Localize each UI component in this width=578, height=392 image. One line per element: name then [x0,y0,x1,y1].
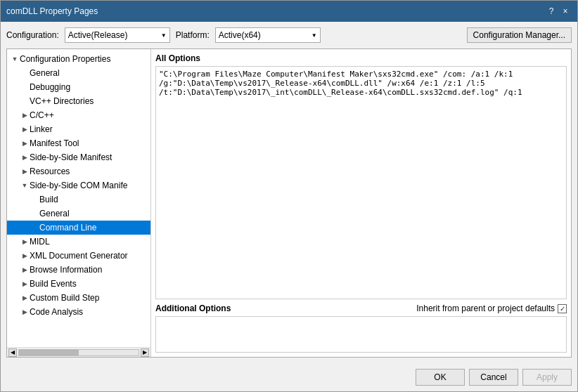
tree-item-manifest-tool[interactable]: ▶Manifest Tool [7,136,150,150]
right-panel: All Options Additional Options Inherit f… [151,49,571,357]
tree-item-config-props[interactable]: ▼Configuration Properties [7,52,150,66]
tree-label-general2: General [39,209,70,218]
tree-label-cpp: C/C++ [30,110,54,120]
scroll-track[interactable] [18,349,139,356]
title-bar: comDLL Property Pages ? × [1,1,577,22]
tree-expander-linker: ▶ [20,124,30,134]
tree-label-config-props: Configuration Properties [20,54,110,64]
tree-label-build-events: Build Events [30,279,77,289]
tree-label-midl: MIDL [30,237,50,247]
additional-options-label: Additional Options [155,303,231,313]
tree-label-command-line: Command Line [39,223,96,233]
tree-scroll[interactable]: ▼Configuration PropertiesGeneralDebuggin… [7,49,150,347]
tree-expander-cpp: ▶ [20,110,30,120]
dialog-content: Configuration: Active(Release) ▼ Platfor… [1,22,577,363]
tree-item-side-by-side[interactable]: ▶Side-by-Side Manifest [7,150,150,164]
dialog-title: comDLL Property Pages [6,6,98,16]
tree-item-xml-doc-gen[interactable]: ▶XML Document Generator [7,249,150,263]
tree-item-debugging[interactable]: Debugging [7,80,150,94]
tree-item-cpp[interactable]: ▶C/C++ [7,108,150,122]
tree-expander-manifest-tool: ▶ [20,138,30,148]
tree-expander-build [30,195,39,204]
inherit-checkbox[interactable]: ✓ [558,304,567,313]
tree-expander-custom-build: ▶ [20,293,30,303]
tree-item-linker[interactable]: ▶Linker [7,122,150,136]
property-pages-dialog: comDLL Property Pages ? × Configuration:… [0,0,578,392]
platform-dropdown-arrow: ▼ [312,32,317,39]
tree-label-manifest-tool: Manifest Tool [30,138,79,148]
scroll-right-arrow[interactable]: ▶ [141,348,149,357]
tree-item-command-line[interactable]: Command Line [7,221,150,235]
tree-item-midl[interactable]: ▶MIDL [7,235,150,249]
tree-expander-code-analysis: ▶ [20,307,30,317]
scroll-left-arrow[interactable]: ◀ [8,348,17,357]
tree-label-xml-doc-gen: XML Document Generator [30,251,128,261]
tree-expander-midl: ▶ [20,237,30,247]
additional-row: Additional Options Inherit from parent o… [155,303,567,313]
tree-expander-general2 [30,209,39,218]
all-options-label: All Options [155,53,567,63]
config-dropdown-arrow: ▼ [161,32,167,39]
inherit-row: Inherit from parent or project defaults … [416,303,567,313]
tree-label-browse-info: Browse Information [30,265,102,275]
tree-expander-general [20,68,30,78]
config-label: Configuration: [6,30,59,40]
tree-label-custom-build: Custom Build Step [30,293,99,303]
tree-expander-vcpp-dirs [20,96,30,106]
bottom-bar: OK Cancel Apply [1,363,577,391]
platform-value: Active(x64) [219,30,261,40]
tree-label-code-analysis: Code Analysis [30,307,83,317]
inherit-label: Inherit from parent or project defaults [416,303,555,313]
title-bar-controls: ? × [545,5,572,18]
config-manager-button[interactable]: Configuration Manager... [467,27,572,43]
tree-expander-browse-info: ▶ [20,265,30,275]
tree-expander-side-by-side-com: ▼ [20,181,30,190]
tree-scrollbar-bottom: ◀ ▶ [7,347,150,357]
tree-expander-command-line [30,223,39,233]
close-button[interactable]: × [559,5,572,18]
platform-label: Platform: [176,30,210,40]
tree-expander-config-props: ▼ [10,54,20,64]
tree-item-build-events[interactable]: ▶Build Events [7,277,150,291]
tree-item-code-analysis[interactable]: ▶Code Analysis [7,305,150,319]
tree-panel: ▼Configuration PropertiesGeneralDebuggin… [7,49,151,357]
help-button[interactable]: ? [545,5,558,18]
tree-item-general2[interactable]: General [7,207,150,221]
tree-expander-resources: ▶ [20,166,30,176]
platform-dropdown[interactable]: Active(x64) ▼ [215,27,321,43]
tree-expander-xml-doc-gen: ▶ [20,251,30,261]
tree-item-browse-info[interactable]: ▶Browse Information [7,263,150,277]
tree-label-debugging: Debugging [30,82,70,92]
tree-expander-side-by-side: ▶ [20,152,30,162]
tree-label-resources: Resources [30,166,70,176]
top-bar: Configuration: Active(Release) ▼ Platfor… [6,27,572,43]
cancel-button[interactable]: Cancel [469,369,518,386]
config-value: Active(Release) [68,30,128,40]
tree-label-build: Build [39,195,58,204]
tree-label-general: General [30,68,60,78]
tree-expander-debugging [20,82,30,92]
additional-options-textarea[interactable] [155,316,567,353]
tree-label-side-by-side-com: Side-by-Side COM Manife [30,181,127,190]
tree-item-general[interactable]: General [7,66,150,80]
tree-item-resources[interactable]: ▶Resources [7,164,150,178]
tree-item-custom-build[interactable]: ▶Custom Build Step [7,291,150,305]
inherit-checkmark: ✓ [560,305,565,313]
tree-item-side-by-side-com[interactable]: ▼Side-by-Side COM Manife [7,178,150,192]
config-dropdown[interactable]: Active(Release) ▼ [65,27,170,43]
tree-expander-build-events: ▶ [20,279,30,289]
tree-item-vcpp-dirs[interactable]: VC++ Directories [7,94,150,108]
main-area: ▼Configuration PropertiesGeneralDebuggin… [6,48,572,358]
tree-item-build[interactable]: Build [7,192,150,207]
tree-label-linker: Linker [30,124,53,134]
tree-label-vcpp-dirs: VC++ Directories [30,96,94,106]
ok-button[interactable]: OK [416,369,465,386]
all-options-textarea[interactable] [155,66,567,299]
scroll-thumb [19,350,79,355]
apply-button[interactable]: Apply [522,369,572,386]
tree-label-side-by-side: Side-by-Side Manifest [30,152,112,162]
